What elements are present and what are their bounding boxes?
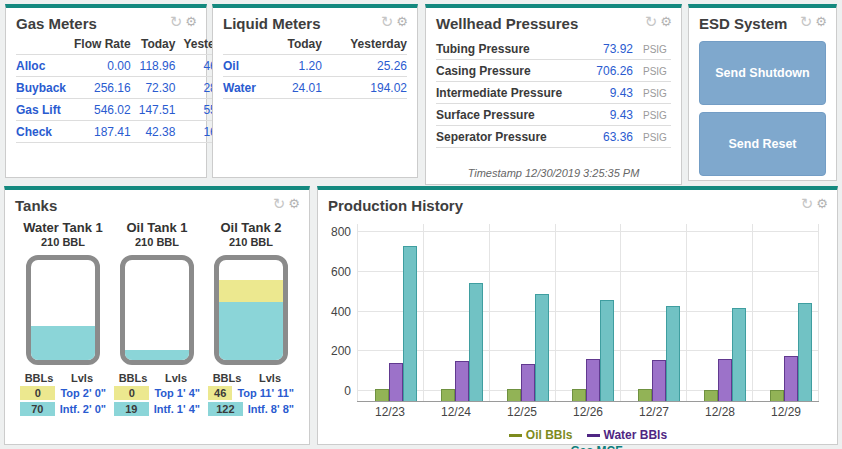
level-value: Top 11' 11" [237, 387, 294, 399]
pressure-value: 9.43 [587, 108, 633, 122]
gear-icon[interactable]: ⚙ [660, 15, 672, 29]
gear-icon[interactable]: ⚙ [288, 197, 300, 211]
column-header: Today [266, 34, 322, 55]
tank-gauge [120, 255, 194, 365]
legend-label: Gas MCF [570, 444, 622, 449]
lvls-header: Lvls [58, 372, 106, 384]
bar-water-bbls [389, 363, 403, 401]
send-reset-button[interactable]: Send Reset [699, 112, 826, 176]
refresh-icon[interactable]: ↻ [381, 15, 394, 29]
y-axis-tick-label: 200 [318, 344, 351, 358]
row-label: Gas Lift [16, 99, 66, 121]
liquid-meters-table: TodayYesterday Oil1.2025.26Water24.01194… [223, 34, 407, 99]
tank-table-header: BBLsLvls [20, 372, 106, 384]
bar-oil-bbls [704, 390, 718, 402]
top-level-row: 0Top 1' 4" [114, 386, 200, 400]
pressure-label: Tubing Pressure [436, 42, 587, 56]
table-header-row: Flow RateTodayYesterday [16, 34, 240, 55]
table-row: Check187.4142.38161.96 [16, 121, 240, 143]
bar-water-bbls [652, 360, 666, 401]
send-shutdown-button[interactable]: Send Shutdown [699, 41, 826, 105]
tank-name: Water Tank 1 [20, 220, 106, 235]
bbls-badge: 0 [114, 386, 149, 400]
liquid-meters-header: Liquid Meters ↻ ⚙ [213, 8, 417, 34]
level-value: Top 2' 0" [60, 387, 106, 399]
bbls-badge: 0 [20, 386, 55, 400]
tank-block: Oil Tank 1210 BBLBBLsLvls0Top 1' 4"19Int… [114, 220, 200, 416]
bar-gas-mcf [469, 283, 483, 401]
chart-x-axis-labels: 12/2312/2412/2512/2612/2712/2812/29 [357, 405, 819, 419]
legend-dash-icon [509, 434, 522, 437]
chart-legend: Oil BBlsWater BBlsGas MCF [357, 427, 819, 449]
level-value: Intf. 8' 8" [248, 403, 294, 415]
bbls-badge: 70 [20, 402, 55, 416]
tank-table-header: BBLsLvls [208, 372, 294, 384]
refresh-icon[interactable]: ↻ [801, 197, 814, 211]
legend-label: Water BBls [604, 428, 668, 442]
table-row: Buyback256.1672.30283.46 [16, 77, 240, 99]
legend-dash-icon [587, 434, 600, 437]
gear-icon[interactable]: ⚙ [816, 197, 828, 211]
pressure-label: Surface Pressure [436, 108, 587, 122]
tank-capacity: 210 BBL [208, 236, 294, 248]
row-label: Check [16, 121, 66, 143]
tank-table-header: BBLsLvls [114, 372, 200, 384]
top-level-row: 46Top 11' 11" [208, 386, 294, 400]
panel-title: ESD System [699, 15, 787, 32]
esd-system-panel: ESD System ↻ ⚙ Send Shutdown Send Reset [688, 4, 837, 181]
bbls-header: BBLs [208, 372, 246, 384]
cell-value: 147.51 [131, 99, 176, 121]
tank-capacity: 210 BBL [20, 236, 106, 248]
refresh-icon[interactable]: ↻ [645, 15, 658, 29]
cell-value: 546.02 [66, 99, 131, 121]
category-cell [489, 224, 555, 401]
timestamp: Timestamp 12/30/2019 3:25:35 PM [426, 167, 681, 179]
pressure-label: Casing Pressure [436, 64, 587, 78]
legend-item[interactable]: Gas MCF [553, 444, 622, 449]
bar-oil-bbls [638, 389, 652, 401]
pressure-value: 73.92 [587, 42, 633, 56]
bar-gas-mcf [798, 303, 812, 401]
pressure-unit: PSIG [643, 110, 671, 121]
cell-value: 118.96 [131, 55, 176, 77]
bar-oil-bbls [770, 390, 784, 402]
category-cell [423, 224, 489, 401]
category-cell [555, 224, 621, 401]
bar-gas-mcf [600, 300, 614, 401]
pressure-row: Intermediate Pressure9.43PSIG [436, 82, 671, 104]
legend-label: Oil BBls [526, 428, 573, 442]
y-axis-tick-label: 0 [318, 384, 351, 398]
cell-value: 1.20 [266, 55, 322, 77]
bbls-badge: 19 [114, 402, 149, 416]
x-axis-tick-label: 12/29 [753, 405, 819, 419]
tank-oil-fill [219, 280, 283, 302]
cell-value: 0.00 [66, 55, 131, 77]
refresh-icon[interactable]: ↻ [800, 15, 813, 29]
bar-oil-bbls [572, 389, 586, 401]
column-header: Today [131, 34, 176, 55]
refresh-icon[interactable]: ↻ [170, 15, 183, 29]
refresh-icon[interactable]: ↻ [273, 197, 286, 211]
cell-value: 187.41 [66, 121, 131, 143]
tank-name: Oil Tank 2 [208, 220, 294, 235]
gear-icon[interactable]: ⚙ [185, 15, 197, 29]
production-history-panel: Production History ↻ ⚙ 12/2312/2412/2512… [317, 186, 838, 445]
lvls-header: Lvls [152, 372, 200, 384]
gear-icon[interactable]: ⚙ [396, 15, 408, 29]
gear-icon[interactable]: ⚙ [815, 15, 827, 29]
column-header-blank [223, 34, 266, 55]
wellhead-rows: Tubing Pressure73.92PSIGCasing Pressure7… [436, 38, 671, 148]
chart-title: Production History [328, 197, 463, 214]
tank-levels-table: BBLsLvls46Top 11' 11"122Intf. 8' 8" [208, 372, 294, 416]
x-axis-tick-label: 12/25 [489, 405, 555, 419]
bar-oil-bbls [441, 389, 455, 401]
table-row: Alloc0.00118.96460.30 [16, 55, 240, 77]
x-axis-tick-label: 12/28 [687, 405, 753, 419]
legend-item[interactable]: Oil BBls [509, 428, 573, 442]
cell-value: 25.26 [322, 55, 407, 77]
legend-item[interactable]: Water BBls [587, 428, 668, 442]
row-label: Oil [223, 55, 266, 77]
gas-meters-header: Gas Meters ↻ ⚙ [6, 8, 206, 34]
esd-header: ESD System ↻ ⚙ [689, 8, 836, 34]
category-cell [686, 224, 752, 401]
